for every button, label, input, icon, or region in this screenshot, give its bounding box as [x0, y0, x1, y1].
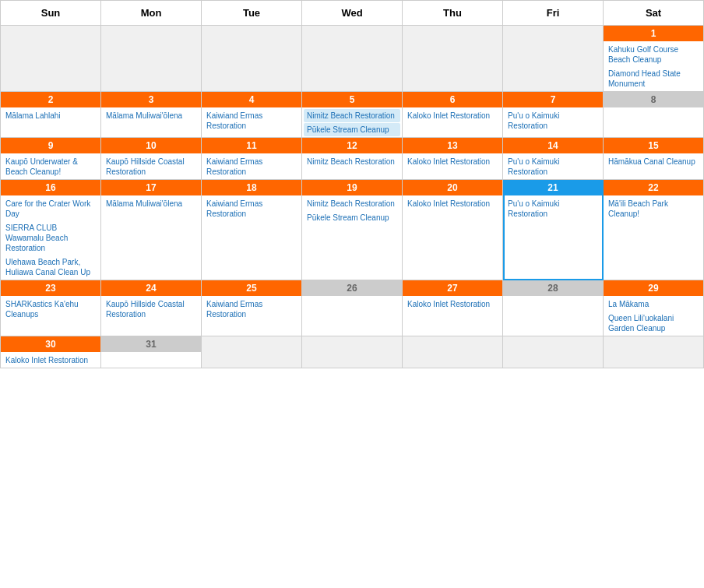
calendar-day-cell: 12Nimitz Beach Restoration [302, 138, 403, 180]
calendar-week-row: 9Kaupō Underwater & Beach Cleanup!10Kaup… [1, 138, 704, 180]
calendar-week-row: 1Kahuku Golf Course Beach CleanupDiamond… [1, 26, 704, 92]
calendar-day-cell [503, 336, 604, 368]
calendar-day-cell: 27Kaloko Inlet Restoration [403, 280, 503, 336]
day-number: 20 [403, 180, 502, 195]
calendar-week-row: 16Care for the Crater Work DaySIERRA CLU… [1, 180, 704, 280]
calendar-day-cell: 26 [302, 280, 403, 336]
calendar-table: SunMonTueWedThuFriSat 1Kahuku Golf Cours… [0, 0, 704, 368]
calendar-day-cell [202, 336, 302, 368]
calendar-week-row: 30Kaloko Inlet Restoration31 [1, 336, 704, 368]
calendar-event[interactable]: Kaloko Inlet Restoration [2, 354, 99, 367]
calendar-day-cell [403, 336, 503, 368]
calendar-event[interactable]: Kaupō Hillside Coastal Restoration [103, 298, 199, 321]
day-number: 22 [604, 180, 703, 195]
calendar-event[interactable]: Kaiwiand Ermas Restoration [203, 155, 300, 178]
calendar-event[interactable]: Kahuku Golf Course Beach Cleanup [605, 43, 702, 66]
calendar-day-cell: 20Kaloko Inlet Restoration [403, 180, 503, 280]
calendar-header-tue: Tue [202, 1, 302, 26]
calendar-day-cell [202, 26, 302, 92]
calendar-event[interactable]: Kaupō Underwater & Beach Cleanup! [2, 155, 99, 178]
calendar-event[interactable]: Kaiwiand Ermas Restoration [203, 197, 300, 220]
calendar-event[interactable]: Kaupō Hillside Coastal Restoration [103, 155, 199, 178]
calendar-day-cell: 2Mālama Lahlahi [1, 92, 101, 138]
day-number: 16 [1, 180, 100, 195]
calendar-day-cell: 22Mā'ili Beach Park Cleanup! [604, 180, 704, 280]
calendar-event[interactable]: Kaloko Inlet Restoration [404, 197, 501, 210]
calendar-event[interactable]: Mālama Muliwai'ōlena [103, 197, 199, 210]
calendar-day-cell: 23SHARKastics Ka'ehu Cleanups [1, 280, 101, 336]
calendar-day-cell: 15Hāmākua Canal Cleanup [604, 138, 704, 180]
calendar-event[interactable]: Mālama Muliwai'ōlena [103, 109, 199, 122]
calendar-day-cell: 14Pu'u o Kaimuki Restoration [503, 138, 604, 180]
calendar-event[interactable]: Ulehawa Beach Park, Huliawa Canal Clean … [2, 255, 99, 279]
day-number: 10 [101, 138, 201, 153]
calendar-day-cell: 6Kaloko Inlet Restoration [403, 92, 503, 138]
calendar-day-cell: 29La MākamaQueen Lili'uokalani Garden Cl… [604, 280, 704, 336]
day-number: 17 [101, 180, 201, 195]
calendar-event[interactable]: Pūkele Stream Cleanup [304, 123, 400, 136]
calendar-event[interactable]: Mā'ili Beach Park Cleanup! [605, 197, 702, 220]
day-number: 2 [1, 92, 100, 107]
calendar-header-row: SunMonTueWedThuFriSat [1, 1, 704, 26]
calendar-day-cell: 17Mālama Muliwai'ōlena [101, 180, 202, 280]
calendar-event[interactable]: Kaloko Inlet Restoration [404, 155, 501, 168]
calendar-week-row: 2Mālama Lahlahi3Mālama Muliwai'ōlena4Kai… [1, 92, 704, 138]
day-number: 26 [302, 280, 402, 296]
calendar-event[interactable]: Nimitz Beach Restoration [304, 109, 400, 122]
calendar-day-cell: 4Kaiwiand Ermas Restoration [202, 92, 302, 138]
calendar-event[interactable]: Kaloko Inlet Restoration [404, 109, 501, 122]
calendar-day-cell [101, 26, 202, 92]
calendar-event[interactable]: Kaloko Inlet Restoration [404, 298, 501, 311]
day-number: 18 [202, 180, 301, 195]
calendar-event[interactable]: Kaiwiand Ermas Restoration [203, 109, 300, 132]
calendar-day-cell: 11Kaiwiand Ermas Restoration [202, 138, 302, 180]
calendar-day-cell: 24Kaupō Hillside Coastal Restoration [101, 280, 202, 336]
calendar-header-sat: Sat [604, 1, 704, 26]
calendar-event[interactable]: La Mākama [605, 298, 702, 311]
calendar-day-cell: 9Kaupō Underwater & Beach Cleanup! [1, 138, 101, 180]
day-number: 11 [202, 138, 301, 153]
day-number: 29 [604, 280, 703, 296]
day-number: 7 [503, 92, 603, 107]
calendar-day-cell: 13Kaloko Inlet Restoration [403, 138, 503, 180]
calendar-day-cell [503, 26, 604, 92]
calendar-header-wed: Wed [302, 1, 403, 26]
calendar-day-cell: 31 [101, 336, 202, 368]
calendar-header-thu: Thu [403, 1, 503, 26]
day-number: 19 [302, 180, 402, 195]
calendar-event[interactable]: Hāmākua Canal Cleanup [605, 155, 702, 168]
calendar-day-cell: 30Kaloko Inlet Restoration [1, 336, 101, 368]
calendar-day-cell: 3Mālama Muliwai'ōlena [101, 92, 202, 138]
day-number: 21 [503, 180, 603, 195]
day-number: 27 [403, 280, 502, 296]
calendar-event[interactable]: Diamond Head State Monument [605, 67, 702, 90]
day-number: 13 [403, 138, 502, 153]
calendar-day-cell: 7Pu'u o Kaimuki Restoration [503, 92, 604, 138]
calendar-event[interactable]: Nimitz Beach Restoration [304, 197, 400, 210]
calendar-event[interactable]: Kaiwiand Ermas Restoration [203, 298, 300, 321]
calendar-day-cell: 8 [604, 92, 704, 138]
calendar-day-cell: 5Nimitz Beach RestorationPūkele Stream C… [302, 92, 403, 138]
calendar-event[interactable]: SHARKastics Ka'ehu Cleanups [2, 298, 99, 321]
day-number: 12 [302, 138, 402, 153]
calendar-header-fri: Fri [503, 1, 604, 26]
calendar-event[interactable]: Pūkele Stream Cleanup [304, 211, 400, 224]
calendar-event[interactable]: Pu'u o Kaimuki Restoration [505, 155, 601, 178]
calendar-day-cell: 25Kaiwiand Ermas Restoration [202, 280, 302, 336]
day-number: 5 [302, 92, 402, 107]
calendar-week-row: 23SHARKastics Ka'ehu Cleanups24Kaupō Hil… [1, 280, 704, 336]
calendar-event[interactable]: Nimitz Beach Restoration [304, 155, 400, 168]
calendar-day-cell: 28 [503, 280, 604, 336]
calendar-day-cell: 10Kaupō Hillside Coastal Restoration [101, 138, 202, 180]
day-number: 6 [403, 92, 502, 107]
calendar-day-cell [302, 26, 403, 92]
calendar-day-cell: 1Kahuku Golf Course Beach CleanupDiamond… [604, 26, 704, 92]
calendar-event[interactable]: SIERRA CLUB Wawamalu Beach Restoration [2, 221, 99, 255]
calendar-day-cell: 18Kaiwiand Ermas Restoration [202, 180, 302, 280]
calendar-event[interactable]: Pu'u o Kaimuki Restoration [505, 109, 601, 132]
calendar-event[interactable]: Care for the Crater Work Day [2, 197, 99, 220]
calendar-event[interactable]: Mālama Lahlahi [2, 109, 99, 122]
calendar-event[interactable]: Pu'u o Kaimuki Restoration [505, 197, 601, 220]
calendar-day-cell [604, 336, 704, 368]
calendar-event[interactable]: Queen Lili'uokalani Garden Cleanup [605, 312, 702, 335]
